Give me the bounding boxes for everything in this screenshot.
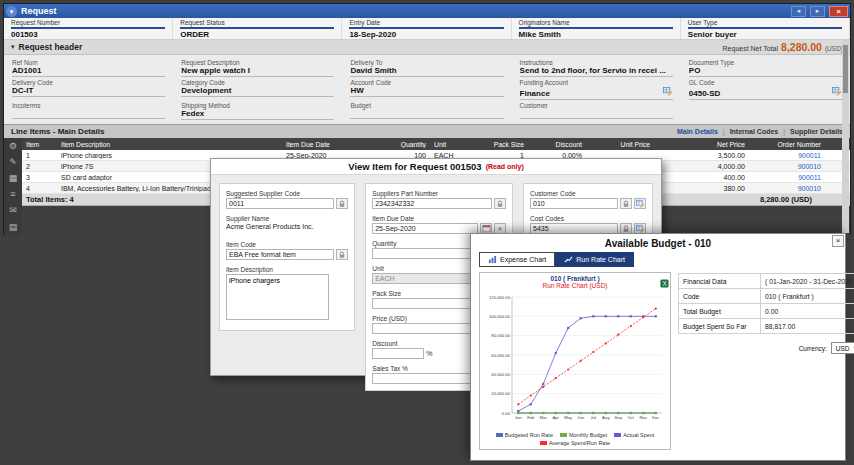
grid-edit-icon[interactable] bbox=[634, 198, 646, 209]
field-item-code: Item Code bbox=[226, 241, 348, 260]
item-description-textarea[interactable]: iPhone chargers bbox=[226, 274, 329, 320]
svg-text:Jul: Jul bbox=[591, 415, 596, 420]
suppliers-part-number-input[interactable] bbox=[372, 198, 492, 209]
gear-icon[interactable]: ⚙ bbox=[9, 142, 17, 151]
field-value[interactable]: Senior buyer bbox=[688, 29, 842, 39]
legend-swatch bbox=[560, 433, 567, 437]
net-total-currency: (USD) bbox=[825, 45, 843, 52]
item-due-date-input[interactable] bbox=[372, 223, 478, 234]
field-entry-date[interactable]: Entry Date 18-Sep-2020 bbox=[342, 18, 511, 39]
net-total-label: Request Net Total bbox=[723, 45, 779, 52]
field-request-status[interactable]: Request Status ORDER bbox=[173, 18, 342, 39]
chart-title: 010 ( Frankfurt ) bbox=[482, 275, 668, 282]
order-number-link[interactable]: 900011 bbox=[749, 174, 825, 181]
legend-label: Monthly Budget bbox=[569, 432, 607, 438]
grid-edit-icon[interactable] bbox=[832, 86, 842, 98]
field-shipping-method[interactable]: Shipping MethodFedex bbox=[173, 100, 342, 120]
lock-icon[interactable] bbox=[620, 198, 632, 209]
grid-icon[interactable]: ▦ bbox=[9, 174, 18, 183]
window-titlebar: ▾ Request ◄ ► × bbox=[4, 4, 850, 18]
nav-back-button[interactable]: ◄ bbox=[791, 6, 806, 17]
chart-legend: Budgeted Run Rate Monthly Budget Actual … bbox=[482, 431, 668, 448]
svg-text:Jan: Jan bbox=[515, 415, 522, 420]
tab-internal-codes[interactable]: Internal Codes bbox=[730, 128, 779, 135]
cell-net-price: 3,500.00 bbox=[654, 152, 749, 159]
svg-text:Feb: Feb bbox=[527, 415, 535, 420]
edit-icon[interactable]: ✎ bbox=[9, 158, 17, 167]
field-delivery-to[interactable]: Delivery ToDavid Smith bbox=[342, 57, 511, 77]
legend-swatch bbox=[614, 433, 621, 437]
item-code-input[interactable] bbox=[226, 249, 334, 260]
info-row-total-budget: Total Budget 0.00 bbox=[678, 304, 854, 319]
lock-icon[interactable] bbox=[336, 198, 348, 209]
runrate-chart: 0.0020,000.0040,000.0060,000.0080,000.00… bbox=[482, 289, 668, 427]
order-number-link[interactable]: 900011 bbox=[749, 152, 825, 159]
field-empty bbox=[681, 100, 850, 120]
field-value[interactable]: 001503 bbox=[11, 29, 165, 39]
chevron-down-icon[interactable]: ▾ bbox=[6, 6, 17, 17]
field-incoterms[interactable]: Incoterms bbox=[4, 100, 173, 120]
svg-text:Mar: Mar bbox=[540, 415, 548, 420]
field-account-code[interactable]: Account CodeHW bbox=[342, 77, 511, 100]
field-ref-num[interactable]: Ref NumAD1001 bbox=[4, 57, 173, 77]
field-document-type[interactable]: Document TypePO bbox=[681, 57, 850, 77]
currency-select[interactable]: USD ▾ bbox=[831, 342, 854, 354]
svg-text:80,000.00: 80,000.00 bbox=[491, 333, 510, 338]
field-category-code[interactable]: Category CodeDevelopment bbox=[173, 77, 342, 100]
close-modal-button[interactable]: × bbox=[832, 235, 844, 247]
scrollbar-thumb[interactable] bbox=[843, 45, 848, 93]
list-icon[interactable]: ▤ bbox=[9, 223, 18, 232]
request-header-fields: Ref NumAD1001 Request DescriptionNew app… bbox=[4, 55, 850, 124]
line-items-bar: Line Items - Main Details Main Details |… bbox=[4, 124, 850, 138]
field-customer[interactable]: Customer bbox=[512, 100, 681, 120]
customer-code-input[interactable] bbox=[530, 198, 618, 209]
net-total: Request Net Total 8,280.00 (USD) bbox=[723, 41, 843, 53]
mail-icon[interactable]: ✉ bbox=[9, 206, 17, 215]
field-label: Request Status bbox=[180, 19, 334, 29]
order-number-link[interactable]: 900010 bbox=[749, 185, 825, 192]
field-value[interactable]: ORDER bbox=[180, 29, 334, 39]
budget-modal-title: Available Budget - 010 bbox=[471, 234, 845, 252]
field-supplier-name: Supplier Name Acme General Products Inc. bbox=[226, 215, 348, 235]
grid-edit-icon[interactable] bbox=[663, 86, 673, 98]
info-row-code: Code 010 ( Frankfurt ) bbox=[678, 289, 854, 304]
field-gl-code[interactable]: GL Code0450-SD bbox=[681, 77, 850, 100]
tab-supplier-details[interactable]: Supplier Details bbox=[790, 128, 843, 135]
legend-item: Average Spent/Run Rate bbox=[540, 440, 610, 446]
field-instructions[interactable]: InstructionsSend to 2nd floor, for Servi… bbox=[512, 57, 681, 77]
field-budget[interactable]: Budget bbox=[342, 100, 511, 120]
svg-text:40,000.00: 40,000.00 bbox=[491, 372, 510, 377]
field-delivery-code[interactable]: Delivery CodeDC-IT bbox=[4, 77, 173, 100]
field-value[interactable]: Mike Smith bbox=[519, 29, 673, 39]
tab-main-details[interactable]: Main Details bbox=[677, 128, 718, 135]
field-funding-account[interactable]: Funding AccountFinance bbox=[512, 77, 681, 100]
legend-label: Actual Spent bbox=[623, 432, 654, 438]
cell-net-price: 4,000.00 bbox=[654, 163, 749, 170]
percent-suffix: % bbox=[426, 350, 432, 357]
tab-expense-chart[interactable]: Expense Chart bbox=[479, 252, 555, 267]
field-originators-name[interactable]: Originators Name Mike Smith bbox=[512, 18, 681, 39]
nav-forward-button[interactable]: ► bbox=[810, 6, 825, 17]
discount-input[interactable] bbox=[372, 348, 424, 359]
close-window-button[interactable]: × bbox=[829, 6, 848, 17]
field-request-number[interactable]: Request Number 001503 bbox=[4, 18, 173, 39]
svg-text:60,000.00: 60,000.00 bbox=[491, 353, 510, 358]
svg-text:Oct: Oct bbox=[627, 415, 634, 420]
suggested-supplier-code-input[interactable] bbox=[226, 198, 334, 209]
tab-run-rate-chart[interactable]: Run Rate Chart bbox=[555, 252, 634, 267]
field-user-type[interactable]: User Type Senior buyer bbox=[681, 18, 850, 39]
lock-icon[interactable] bbox=[494, 198, 506, 209]
field-value[interactable]: 18-Sep-2020 bbox=[349, 29, 503, 39]
chevron-down-icon[interactable]: ▾ bbox=[11, 43, 15, 51]
export-excel-icon[interactable]: X bbox=[660, 274, 669, 292]
field-label: Request Number bbox=[11, 19, 165, 29]
view-item-modal-title: View Item for Request 001503 (Read only) bbox=[211, 159, 661, 175]
menu-icon[interactable]: ≡ bbox=[10, 190, 15, 199]
request-header-bar[interactable]: ▾ Request header Request Net Total 8,280… bbox=[4, 40, 850, 55]
order-number-link[interactable]: 900010 bbox=[749, 163, 825, 170]
svg-text:100,000.00: 100,000.00 bbox=[489, 314, 511, 319]
currency-label: Currency: bbox=[799, 345, 827, 352]
supplier-panel: Suggested Supplier Code Supplier Name Ac… bbox=[219, 183, 355, 331]
lock-icon[interactable] bbox=[336, 249, 348, 260]
field-request-description[interactable]: Request DescriptionNew apple watch I bbox=[173, 57, 342, 77]
